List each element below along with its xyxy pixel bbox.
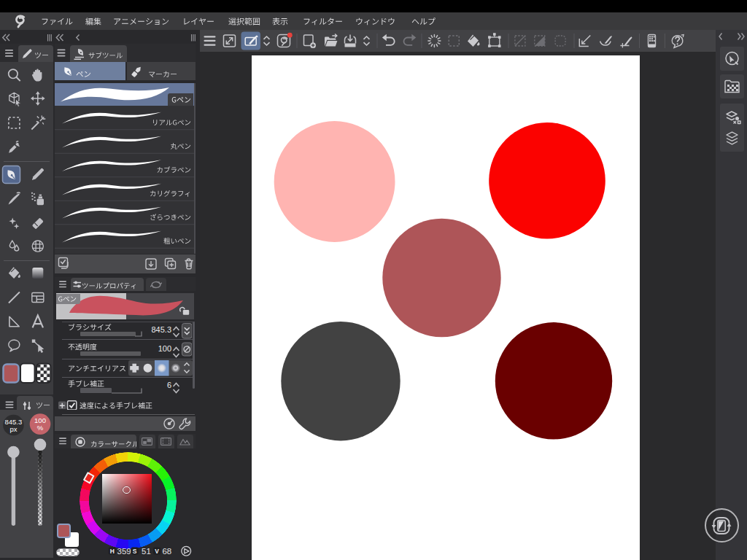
svg-text:%: % <box>37 424 44 432</box>
svg-text:359: 359 <box>117 547 131 556</box>
svg-text:51: 51 <box>142 547 151 556</box>
svg-text:H: H <box>110 548 115 555</box>
svg-text:V: V <box>155 548 159 555</box>
svg-text:px: px <box>9 425 17 433</box>
svg-text:S: S <box>133 548 137 555</box>
svg-text:68: 68 <box>162 547 171 556</box>
